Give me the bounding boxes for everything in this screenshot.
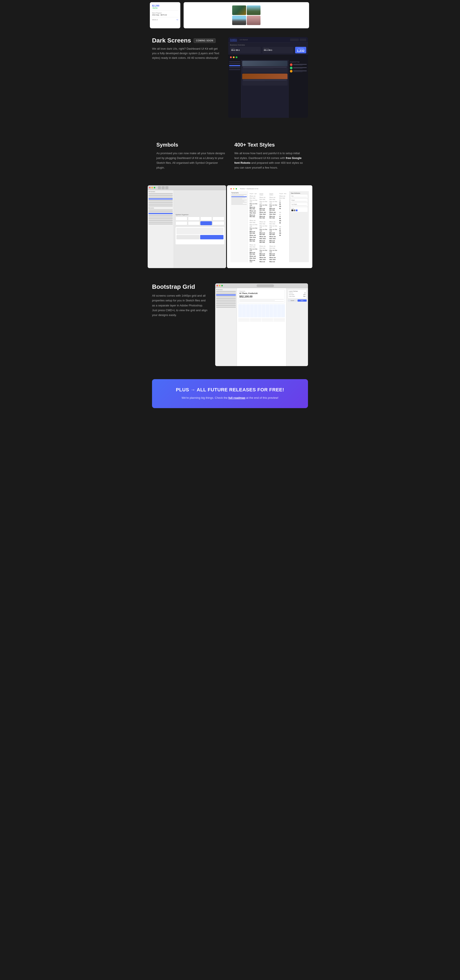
sketch-layer-10: [148, 211, 173, 212]
ts-attr-1: Size: [291, 195, 307, 198]
dsm-user-2-name: [293, 67, 307, 68]
plus-banner: PLUS → ALL FUTURE RELEASES FOR FREE! We'…: [152, 379, 308, 408]
bs-dr-2-4: [274, 320, 285, 320]
ts-col-4: Regular · Bold Rice on the rise Ri Ri Ri…: [279, 193, 288, 262]
ts-item-4-3: Ri: [279, 202, 288, 203]
business-overview: Business Overview Sales €0.1 S0.1 Revenu…: [228, 43, 308, 55]
bs-setting-gutter-label: Gutter Width: [289, 296, 295, 297]
bs-data-row-1: [238, 318, 285, 319]
analytics-control-2: [300, 38, 306, 41]
ts-attr-4: Color: [291, 207, 307, 212]
dsm-post-2: [242, 73, 288, 86]
bs-payment-rows: [239, 299, 284, 302]
symbol-organizer-label: Symbol Organizer: [175, 214, 224, 215]
dsm-user-2-info: [293, 67, 307, 69]
dsm-body: Suggested Page: [228, 60, 308, 118]
bs-layer-4: [216, 296, 236, 297]
ts-item-1-4: Rice on the rise: [250, 207, 258, 210]
symbols-feature: Symbols As promised you can now make all…: [152, 137, 230, 175]
balance-amount: $2,290: [152, 4, 178, 7]
bs-address-bar: [256, 285, 274, 287]
dsm-center-feed: [241, 60, 288, 118]
bs-layer-10: [216, 307, 236, 308]
sketch-icon-3: [165, 186, 168, 189]
analytics-tab-analytics: Analytics: [230, 38, 237, 41]
bs-layer-1: [216, 291, 236, 292]
bs-p-row-1: [239, 299, 284, 300]
ts-item-4-12: Ri: [279, 222, 288, 224]
bs-grid-cols: [238, 304, 285, 317]
dsm-avatar-2: [290, 67, 293, 69]
sketch-screenshots: All Screens Elements: [148, 185, 312, 268]
bs-p-row-2: [239, 300, 275, 301]
sketch-body-left: All Screens Elements: [148, 190, 226, 268]
sketch-toolbar-icons: [158, 186, 168, 189]
symbol-grid: [175, 217, 224, 225]
bs-dr-3-2: [250, 321, 261, 322]
bs-layers-label: All Screens: [216, 289, 236, 290]
sketch-layer-7: [148, 204, 173, 205]
dark-screens-heading: Dark Screens: [152, 37, 191, 44]
dsm-user-2-sub: [293, 68, 302, 69]
bs-payment-amount: $52,100.00: [239, 295, 284, 298]
bootstrap-grid-preview: All Screens Payments: [215, 283, 308, 366]
sketch-dot-yellow: [151, 187, 153, 188]
bs-gc-5: [254, 304, 258, 317]
dsm-post-1-meta: [242, 66, 288, 69]
ts-col-1: Regular · Light Rice on the rise Rice on…: [250, 193, 258, 262]
ts-item-3-7: Rice on the rise: [269, 221, 278, 225]
bs-panel-buttons: Cancel Apply: [288, 299, 307, 302]
bs-apply-btn[interactable]: Apply: [298, 299, 307, 302]
bs-gc-4: [250, 304, 254, 317]
analytics-tabs: Analytics US Market: [230, 38, 306, 41]
symbol-preview-b1: [177, 235, 200, 239]
ts-attr-3-label: Line Height: [291, 204, 307, 205]
ts-item-2-1: Rice on the rise: [259, 196, 268, 200]
sketch-layer-13: [148, 216, 173, 218]
ts-display-area: Regular · Light Rice on the rise Rice on…: [248, 191, 289, 262]
ts-item-1-13: Rice on the rise: [250, 244, 258, 248]
ts-item-2-12: Rice on the rise: [259, 240, 268, 243]
dsm-user-1-sub: [293, 65, 302, 65]
plus-banner-title: PLUS → ALL FUTURE RELEASES FOR FREE!: [159, 387, 301, 393]
sketch-layer-8: [148, 205, 173, 207]
text-styles-description: We all know how hard and painful it is t…: [234, 151, 304, 170]
dsm-user-1-info: [293, 64, 307, 65]
text-styles-feature: 400+ Text Styles We all know how hard an…: [230, 137, 308, 175]
sketch-layer-16: [148, 222, 173, 223]
ts-item-4-5: Ri: [279, 205, 288, 207]
photo-mountain: [247, 5, 261, 15]
ts-layers: Typography: [231, 191, 248, 262]
deals-row: DEALS +2: [152, 19, 178, 21]
ts-item-3-3: Rice on the rise: [269, 204, 278, 207]
bs-body: All Screens Payments: [215, 288, 308, 366]
ts-item-4-8: Ri: [279, 214, 288, 215]
ts-header-label: Roboto + Dashboard UI Kit: [240, 188, 258, 189]
ts-item-1-8: Rice on the rise: [250, 224, 258, 227]
photo-grid: [232, 5, 261, 25]
bs-gc-12: [281, 304, 285, 317]
sketch-layer-2: [148, 195, 173, 196]
stat-sales: Sales €0.1 S0.1: [230, 47, 261, 53]
bs-dr-2-2: [250, 320, 261, 320]
dsm-left-nav: [228, 60, 241, 118]
sketch-layer-12: [148, 215, 173, 216]
bs-dr-3-4: [274, 321, 285, 322]
bs-cancel-btn[interactable]: Cancel: [288, 299, 297, 302]
dsm-user-3-name: [293, 70, 307, 71]
ts-item-4-17: Ri: [279, 235, 288, 236]
window-dot-red: [230, 56, 232, 58]
ts-item-3-9: Rice on the rise: [269, 229, 278, 232]
ts-item-1-7: Rice on the rise: [250, 220, 258, 223]
bs-dr-2-3: [262, 320, 273, 320]
bs-data-rows: [238, 318, 285, 322]
dsm-nav-4: [229, 67, 240, 68]
symbol-6: [188, 221, 200, 225]
dsm-suggested-label: Suggested Page: [290, 61, 307, 62]
ts-l4: [231, 197, 245, 198]
plus-roadmap-link[interactable]: full roadmap: [228, 396, 245, 399]
ts-item-1-17: Rice on rise: [250, 259, 258, 262]
bs-dot-green: [221, 285, 223, 286]
symbols-description: As promised you can now make all your fu…: [156, 151, 226, 170]
bs-dot-red: [216, 285, 218, 286]
